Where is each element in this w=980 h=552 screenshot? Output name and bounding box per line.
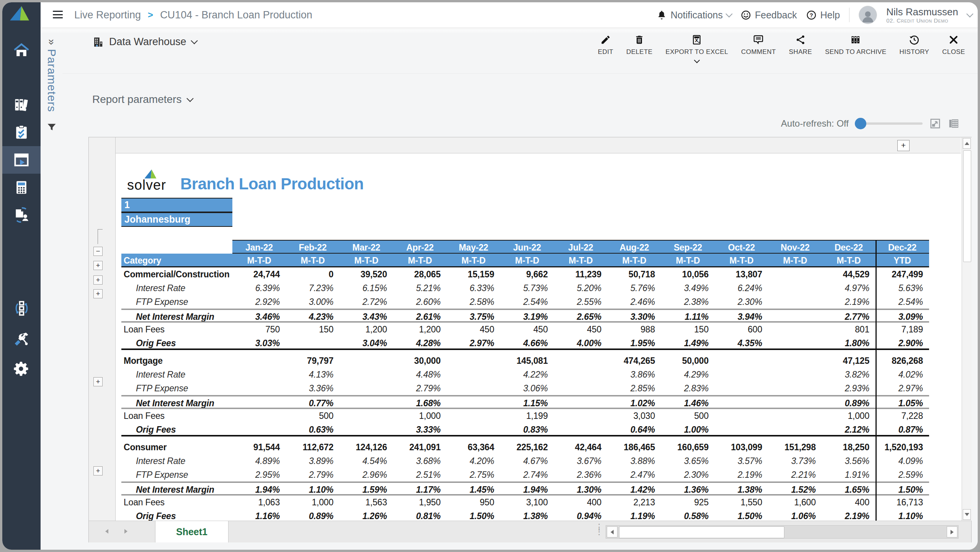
sheet-tab[interactable]: Sheet1 — [155, 521, 229, 542]
scroll-up-button[interactable] — [963, 138, 971, 149]
sheet-nav-prev-button[interactable] — [102, 526, 112, 536]
slider-knob[interactable] — [855, 118, 866, 129]
scroll-left-button[interactable] — [607, 526, 617, 537]
mtd-header-cell: M-T-D — [715, 254, 768, 267]
mtd-header-cell: M-T-D — [554, 254, 608, 267]
value-cell — [768, 395, 822, 409]
outline-expand-button[interactable]: + — [93, 377, 103, 386]
edit-button[interactable]: EDIT — [591, 34, 620, 56]
user-name: Nils Rasmussen — [886, 7, 958, 17]
sidebar-item-archive[interactable] — [2, 91, 41, 119]
month-header-cell: Mar-22 — [340, 240, 393, 254]
history-button[interactable]: HISTORY — [893, 34, 936, 56]
ytd-header-cell: YTD — [875, 254, 929, 267]
expand-panel-chevron-icon[interactable]: » — [46, 39, 58, 45]
vertical-scrollbar[interactable] — [962, 137, 972, 521]
value-cell — [554, 368, 608, 381]
month-header-cell: Jul-22 — [554, 240, 608, 254]
value-cell: 1,200 — [393, 322, 447, 336]
avatar[interactable] — [859, 6, 877, 24]
value-cell: 3.75% — [447, 309, 500, 322]
horizontal-scroll-thumb[interactable] — [619, 526, 784, 538]
sidebar-item-home[interactable] — [2, 37, 41, 64]
user-menu-chevron-icon[interactable] — [966, 10, 973, 17]
grid-view-icon[interactable] — [948, 118, 959, 129]
chevron-down-icon — [187, 95, 194, 102]
action-label: HISTORY — [900, 48, 929, 56]
ytd-value-cell: 16,713 — [875, 495, 929, 509]
sidebar-item-budgeting[interactable] — [2, 174, 41, 201]
notifications-button[interactable]: Notifications — [657, 10, 732, 21]
value-cell: 3.33% — [393, 423, 447, 436]
section-gap — [121, 350, 929, 354]
sidebar-item-tools[interactable] — [2, 325, 41, 353]
outline-expand-button[interactable]: + — [93, 261, 103, 270]
value-cell: 2.12% — [822, 423, 875, 436]
value-cell: 15,159 — [447, 267, 500, 281]
ytd-value-cell: 5.63% — [875, 281, 929, 295]
value-cell — [768, 267, 822, 281]
parameters-panel-collapsed[interactable]: » Parameters — [41, 39, 62, 550]
ytd-value-cell: 1,520,193 — [875, 440, 929, 454]
send-to-archive-button[interactable]: SEND TO ARCHIVE — [818, 34, 893, 56]
outline-expand-button[interactable]: + — [93, 289, 103, 298]
sheet-nav-next-button[interactable] — [121, 526, 131, 536]
vertical-scroll-thumb[interactable] — [963, 150, 971, 262]
value-cell: 3.67% — [554, 454, 608, 468]
outline-expand-button[interactable]: + — [93, 275, 103, 285]
action-label: SEND TO ARCHIVE — [825, 48, 886, 56]
value-cell: 5.20% — [554, 281, 608, 295]
share-button[interactable]: SHARE — [782, 34, 819, 56]
export-to-excel-button[interactable]: XEXPORT TO EXCEL — [659, 34, 735, 62]
value-cell: 3.19% — [500, 309, 554, 322]
value-cell: 160,659 — [661, 440, 715, 454]
sidebar-item-collaboration[interactable] — [2, 201, 41, 229]
excel-icon: X — [691, 34, 702, 45]
archive-icon — [13, 96, 30, 113]
close-button[interactable]: CLOSE — [936, 34, 972, 56]
value-cell: 103,099 — [715, 440, 768, 454]
report-parameters-toggle[interactable]: Report parameters — [92, 93, 193, 106]
tools-icon — [13, 331, 30, 347]
splitter-handle-icon[interactable]: ⋮⋮ — [595, 525, 603, 534]
zoom-in-button[interactable]: + — [897, 140, 910, 151]
outline-collapse-button[interactable]: − — [93, 247, 103, 256]
outline-gutter: −+++++ — [89, 137, 116, 521]
value-cell: 2.79% — [393, 381, 447, 395]
month-header-cell: Oct-22 — [715, 240, 768, 254]
sidebar-item-process[interactable] — [2, 295, 41, 322]
sidebar-item-tasks[interactable] — [2, 119, 41, 146]
comment-button[interactable]: COMMENT — [735, 34, 782, 56]
ytd-value-cell: 2.59% — [875, 468, 929, 482]
month-header-cell: Sep-22 — [661, 240, 715, 254]
value-cell: 0.89% — [822, 395, 875, 409]
sidebar-item-settings[interactable] — [2, 355, 41, 383]
value-cell: 3.06% — [500, 381, 554, 395]
scroll-down-button[interactable] — [963, 509, 971, 520]
value-cell: 1.91% — [822, 468, 875, 482]
value-cell: 2.19% — [822, 509, 875, 521]
value-cell: 3,100 — [500, 495, 554, 509]
hamburger-menu-icon[interactable] — [53, 11, 63, 18]
value-cell — [768, 409, 822, 423]
value-cell: 750 — [232, 322, 286, 336]
data-source-select[interactable]: Data Warehouse — [92, 36, 197, 48]
smiley-icon — [741, 10, 751, 20]
value-cell: 4.89% — [232, 454, 286, 468]
ytd-value-cell: 1.50% — [875, 482, 929, 495]
delete-button[interactable]: DELETE — [620, 34, 659, 56]
sidebar-item-live-reporting[interactable] — [2, 146, 41, 174]
feedback-button[interactable]: Feedback — [741, 10, 797, 21]
expand-report-icon[interactable] — [929, 118, 941, 129]
help-button[interactable]: ? Help — [806, 10, 840, 21]
value-cell: 1.26% — [340, 509, 393, 521]
scroll-right-button[interactable] — [947, 526, 957, 537]
horizontal-scrollbar[interactable] — [606, 525, 959, 539]
mtd-header-cell: M-T-D — [393, 254, 447, 267]
outline-expand-button[interactable]: + — [93, 466, 103, 475]
value-cell: 3.65% — [661, 454, 715, 468]
auto-refresh-slider[interactable] — [856, 118, 923, 129]
value-cell — [768, 281, 822, 295]
breadcrumb-section[interactable]: Live Reporting — [74, 9, 141, 21]
value-cell: 1.80% — [822, 336, 875, 350]
